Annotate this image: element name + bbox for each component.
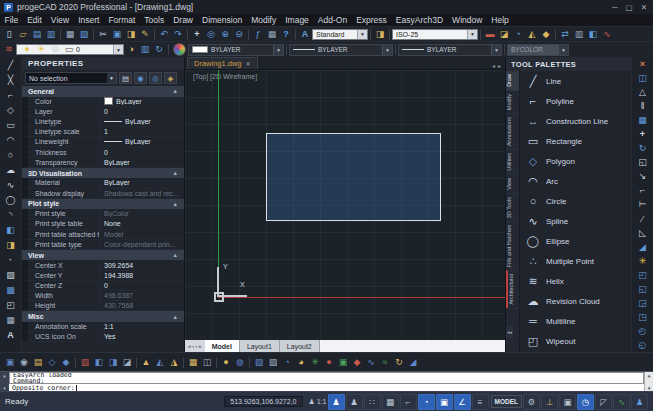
align-icon[interactable]: ◴ [632,324,653,338]
user-toggle[interactable]: ♟ [631,394,648,410]
animation-icon[interactable]: ◕ [294,356,308,369]
annotation-autoscale-toggle[interactable]: ♟ [328,394,345,410]
tab-scroll-left-icon[interactable]: ◂ [492,62,495,69]
help-icon[interactable]: ? [279,28,293,41]
menu-modify[interactable]: Modify [247,15,281,25]
ucs-world-icon[interactable]: ▤ [31,356,45,369]
ucs-face-icon[interactable]: ◆ [59,356,73,369]
command-scrollbar[interactable]: ▲ ▼ [644,372,653,392]
copy-object-icon[interactable]: ◫ [632,71,653,85]
dropdown-arrow-icon[interactable]: ▼ [357,30,367,39]
point-light-icon[interactable]: ◍ [233,356,247,369]
palette-tab-draw[interactable]: Draw [506,71,519,91]
palette-tab-utilities[interactable]: Utilities [506,150,519,175]
edit-array-icon[interactable]: ◳ [632,310,653,324]
erase-icon[interactable]: × [632,57,653,71]
collapse-icon[interactable]: ▲ [173,201,178,207]
palette-item-construction-line[interactable]: ↔Construction Line [520,111,631,131]
collapse-icon[interactable]: ▲ [173,170,178,176]
tab-layout1[interactable]: Layout1 [240,340,280,352]
palette-collapse-handle[interactable]: ◂◂ [506,326,513,338]
property-value[interactable]: ByLayer [100,118,184,125]
palette-tab-annotations[interactable]: Annotations [506,114,519,150]
edit-spline-icon[interactable]: ◱ [632,282,653,296]
color-combo[interactable]: BYLAYER ▼ [188,44,284,56]
layer-isolate-icon[interactable]: ↻ [152,43,166,56]
property-value[interactable]: ByLayer [100,159,184,166]
dropdown-arrow-icon[interactable]: ▼ [273,45,283,55]
scroll-up-icon[interactable]: ▲ [648,373,651,378]
minimize-button[interactable]: ─ [612,3,617,12]
close-tab-icon[interactable]: ✕ [246,60,251,67]
easyarch-terrain-icon[interactable]: ≈ [378,356,392,369]
palette-item-arc[interactable]: ◠Arc [520,171,631,191]
layer-combo[interactable]: ● ☀ ⊙ ▭ 0 ▼ [16,44,124,55]
property-value[interactable]: None [100,220,184,227]
gradient-icon[interactable]: ▩ [0,282,21,297]
snap-toggle[interactable]: ∷ [364,394,381,410]
property-value[interactable]: 309.2654 [100,262,184,269]
line-icon[interactable]: ╱ [0,57,21,72]
property-value[interactable]: ByLayer [100,179,184,186]
match-properties-icon[interactable]: ✎ [138,28,152,41]
grid-toggle[interactable]: ▦ [382,394,399,410]
layer-translate-icon[interactable]: ⇄ [558,28,572,41]
circle-icon[interactable]: ○ [0,147,21,162]
undo-icon[interactable]: ↶ [157,28,171,41]
viewport-label[interactable]: [Top] [2D Wireframe] [193,73,257,80]
stretch-icon[interactable]: ↘ [632,169,653,183]
first-tab-icon[interactable]: « [188,343,191,349]
edit-hatch-icon[interactable]: ◲ [632,296,653,310]
spline-icon[interactable]: ∿ [0,177,21,192]
open-file-icon[interactable]: ▱ [16,28,30,41]
next-tab-icon[interactable]: › [195,343,197,349]
menu-image[interactable]: Image [281,15,314,25]
insert-block-icon[interactable]: ◧ [0,222,21,237]
property-value[interactable]: Yes [100,333,184,340]
collapse-icon[interactable]: ▲ [173,314,178,320]
view-front-icon[interactable]: ◭ [153,356,167,369]
close-button[interactable]: ✕ [641,3,647,12]
view-top-icon[interactable]: ▲ [139,356,153,369]
menu-file[interactable]: File [0,15,23,25]
palette-item-circle[interactable]: ○Circle [520,191,631,211]
easyarch-wall-icon[interactable]: ✳ [308,356,322,369]
performance-toggle[interactable]: ∿ [613,394,630,410]
palette-tab-3d-tools[interactable]: 3D Tools [506,194,519,222]
ortho-toggle[interactable]: ⌐ [400,394,417,410]
menu-edit[interactable]: Edit [23,15,47,25]
polyline-icon[interactable]: ⌐ [0,87,21,102]
time-toggle[interactable]: ◷ [577,394,594,410]
layer-freeze-icon[interactable]: ☀ [34,43,48,56]
layouts-icon[interactable]: ▥ [572,28,586,41]
copy-icon[interactable]: ▣ [110,28,124,41]
section-plot-style[interactable]: Plot style▲ [22,199,184,210]
menu-format[interactable]: Format [104,15,140,25]
table-icon[interactable]: ▦ [265,28,279,41]
mtext-icon[interactable]: A [0,327,21,342]
property-value[interactable]: 0 [100,149,184,156]
tab-drawing1[interactable]: Drawing1.dwg ✕ [187,57,258,69]
shade-icon[interactable]: ◨ [106,356,120,369]
lineweight-toggle[interactable]: ≡ [472,394,489,410]
annotation-scale-group[interactable]: ♟ 1:1 [309,398,327,406]
menu-draw[interactable]: Draw [169,15,198,25]
revision-cloud-icon[interactable]: ☁ [0,162,21,177]
menu-tools[interactable]: Tools [140,15,169,25]
fillet-icon[interactable]: ◢ [632,240,653,254]
print-icon[interactable]: ▦ [63,28,77,41]
make-block-icon[interactable]: ◨ [0,237,21,252]
layer-manager-icon[interactable]: ≋ [2,43,16,56]
model-space-button[interactable]: MODEL [491,395,522,408]
tab-scroll-right-icon[interactable]: ▸ [498,62,501,69]
redo-icon[interactable]: ↷ [171,28,185,41]
clean-screen-toggle[interactable]: ▣ [559,394,576,410]
property-value[interactable]: 194.3988 [100,272,184,279]
section-misc[interactable]: Misc▲ [22,311,184,322]
easyarch-section-icon[interactable]: ◢ [406,356,420,369]
rectangle-icon[interactable]: ▭ [0,117,21,132]
viewports-icon[interactable]: ◧ [586,28,600,41]
palette-tab-fills-hatches[interactable]: Fills and Hatches [506,222,519,271]
array-icon[interactable]: ▦ [632,113,653,127]
break-icon[interactable]: ∕ [632,212,653,226]
